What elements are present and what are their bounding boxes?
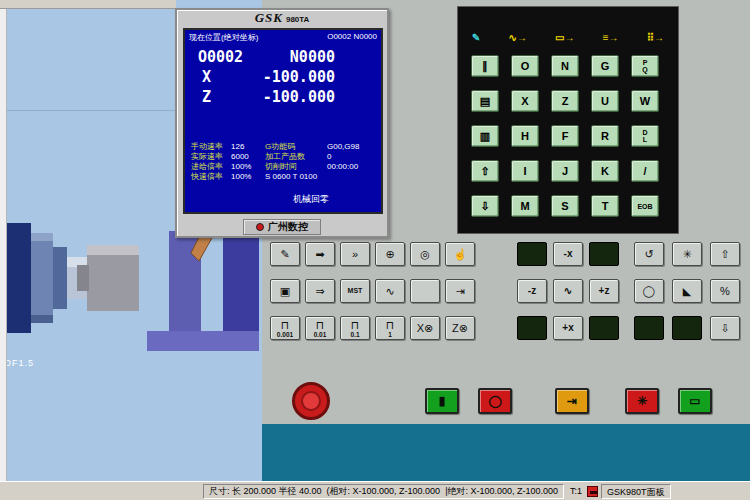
dry-run-key[interactable]: ⇥ bbox=[445, 279, 475, 303]
key-M[interactable]: M bbox=[511, 195, 539, 217]
key-EOB[interactable]: EOB bbox=[631, 195, 659, 217]
status-label: G功能码 bbox=[265, 142, 327, 152]
step-01-key[interactable]: ⊓0.1 bbox=[340, 316, 370, 340]
crt-title-bar[interactable]: GSK 980TA bbox=[177, 10, 387, 26]
keyboard-key-grid: ∥ONGP Q▤XZUW▥HFRD L⇧IJK/⇩MSTEOB bbox=[471, 55, 659, 217]
status-bar-spacer bbox=[0, 482, 203, 500]
mst-lock-key[interactable]: MST bbox=[340, 279, 370, 303]
block-skip-key[interactable]: ⇒ bbox=[305, 279, 335, 303]
emergency-stop-cap bbox=[301, 391, 321, 411]
status-label: 实际速率 bbox=[191, 152, 231, 162]
spindle-stop-key-icon: ◯ bbox=[643, 285, 655, 297]
x-axis-select-key-icon: X⊗ bbox=[417, 322, 434, 334]
key-T[interactable]: T bbox=[591, 195, 619, 217]
key-D-L[interactable]: D L bbox=[631, 125, 659, 147]
status-value: 126 bbox=[231, 142, 265, 152]
z-axis-select-key-icon: Z⊗ bbox=[452, 322, 468, 334]
blank-cover-key bbox=[589, 242, 619, 266]
coolant-key[interactable]: ✳ bbox=[672, 242, 702, 266]
reset-key[interactable]: ∥ bbox=[471, 55, 499, 77]
key-H[interactable]: H bbox=[511, 125, 539, 147]
step-1-key-icon: ⊓ bbox=[386, 319, 395, 331]
key-R[interactable]: R bbox=[591, 125, 619, 147]
key-slash[interactable]: / bbox=[631, 160, 659, 182]
sim-overlay-label: OF1.5 bbox=[4, 358, 34, 368]
status-value: 0 bbox=[327, 152, 331, 162]
step-0001-key-label: 0.001 bbox=[277, 331, 293, 338]
feed-hold-button[interactable]: ◯ bbox=[478, 388, 512, 414]
x-axis-value: -100.000 bbox=[263, 68, 335, 86]
blank-cover-key bbox=[517, 242, 547, 266]
z-axis-select-key[interactable]: Z⊗ bbox=[445, 316, 475, 340]
operation-key-group: ✎➡»⊕◎☝▣⇒MST∿⇥⊓0.001⊓0.01⊓0.1⊓1X⊗Z⊗ bbox=[270, 242, 475, 340]
spindle-ccw-key-icon: ↺ bbox=[644, 248, 653, 260]
panel-lower-band bbox=[262, 424, 750, 481]
block-skip-key-icon: ⇒ bbox=[315, 285, 324, 297]
step-01-key-label: 0.1 bbox=[350, 331, 359, 338]
status-label: 加工产品数 bbox=[265, 152, 327, 162]
plus-z-key-icon: +z bbox=[599, 285, 610, 297]
output-key[interactable]: ▥ bbox=[471, 125, 499, 147]
overtravel-release-button[interactable]: ⇥ bbox=[555, 388, 589, 414]
emergency-stop-button[interactable] bbox=[292, 382, 330, 420]
key-I[interactable]: I bbox=[511, 160, 539, 182]
rapid-override-up-key[interactable]: ⇧ bbox=[710, 242, 740, 266]
machine-zero-key[interactable]: ⊕ bbox=[375, 242, 405, 266]
key-K[interactable]: K bbox=[591, 160, 619, 182]
minus-x-key[interactable]: -x bbox=[553, 242, 583, 266]
cursor-down-key[interactable]: ⇩ bbox=[471, 195, 499, 217]
x-axis-select-key[interactable]: X⊗ bbox=[410, 316, 440, 340]
plus-x-key[interactable]: +x bbox=[553, 316, 583, 340]
edit-key[interactable]: ✎ bbox=[270, 242, 300, 266]
key-G[interactable]: G bbox=[591, 55, 619, 77]
rapid-override-up-key-icon: ⇧ bbox=[720, 248, 729, 260]
step-0001-key[interactable]: ⊓0.001 bbox=[270, 316, 300, 340]
rapid-override-down-key-icon: ⇩ bbox=[720, 322, 729, 334]
position-page-title: 现在位置(绝对坐标) bbox=[189, 32, 258, 43]
cycle-start-button[interactable]: ▮ bbox=[425, 388, 459, 414]
key-U[interactable]: U bbox=[591, 90, 619, 112]
rapid-override-down-key[interactable]: ⇩ bbox=[710, 316, 740, 340]
cursor-up-key[interactable]: ⇧ bbox=[471, 160, 499, 182]
status-value: G00,G98 bbox=[327, 142, 359, 152]
dry-run-key-icon: ⇥ bbox=[455, 285, 464, 297]
blank-cover-key bbox=[589, 316, 619, 340]
key-O[interactable]: O bbox=[511, 55, 539, 77]
mdi-mode-icon: ▭→ bbox=[555, 32, 574, 43]
jog-key[interactable]: » bbox=[340, 242, 370, 266]
step-1-key[interactable]: ⊓1 bbox=[375, 316, 405, 340]
key-N[interactable]: N bbox=[551, 55, 579, 77]
feed-override-key[interactable]: % bbox=[710, 279, 740, 303]
auto-key-icon: ➡ bbox=[315, 248, 324, 260]
tool-change-key[interactable]: ◣ bbox=[672, 279, 702, 303]
key-S[interactable]: S bbox=[551, 195, 579, 217]
rapid-key-icon: ∿ bbox=[564, 285, 572, 297]
single-block-key[interactable]: ▣ bbox=[270, 279, 300, 303]
machine-lock-key[interactable]: ∿ bbox=[375, 279, 405, 303]
cycle-start-button-icon: ▮ bbox=[439, 394, 446, 408]
minus-z-key[interactable]: -z bbox=[517, 279, 547, 303]
key-J[interactable]: J bbox=[551, 160, 579, 182]
coolant-button[interactable]: ✳ bbox=[625, 388, 659, 414]
key-W[interactable]: W bbox=[631, 90, 659, 112]
step-001-key[interactable]: ⊓0.01 bbox=[305, 316, 335, 340]
spindle-ccw-key[interactable]: ↺ bbox=[634, 242, 664, 266]
blank-key[interactable] bbox=[410, 279, 440, 303]
key-F[interactable]: F bbox=[551, 125, 579, 147]
machine-lock-key-icon: ∿ bbox=[385, 285, 394, 297]
key-Z[interactable]: Z bbox=[551, 90, 579, 112]
vendor-logo-text: 广州数控 bbox=[268, 220, 308, 234]
lubrication-button[interactable]: ▭ bbox=[678, 388, 712, 414]
key-X[interactable]: X bbox=[511, 90, 539, 112]
auto-key[interactable]: ➡ bbox=[305, 242, 335, 266]
handwheel-key[interactable]: ☝ bbox=[445, 242, 475, 266]
mst-lock-key-icon: MST bbox=[348, 285, 363, 297]
single-step-key[interactable]: ◎ bbox=[410, 242, 440, 266]
vendor-logo-icon bbox=[256, 223, 264, 231]
plus-z-key[interactable]: +z bbox=[589, 279, 619, 303]
spindle-stop-key[interactable]: ◯ bbox=[634, 279, 664, 303]
input-key[interactable]: ▤ bbox=[471, 90, 499, 112]
rapid-key[interactable]: ∿ bbox=[553, 279, 583, 303]
edit-key-icon: ✎ bbox=[280, 248, 289, 260]
key-P-Q[interactable]: P Q bbox=[631, 55, 659, 77]
